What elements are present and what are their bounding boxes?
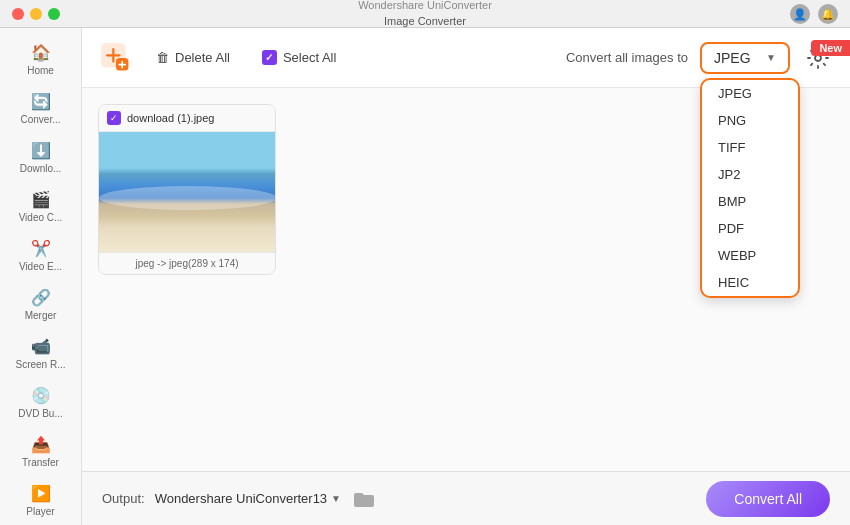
format-option-webp[interactable]: WEBP [702,242,798,269]
player-icon: ▶️ [31,483,51,503]
output-label: Output: [102,491,145,506]
video-e-icon: ✂️ [31,238,51,258]
format-dropdown[interactable]: JPEG ▼ JPEG PNG TIFF JP2 BMP PDF WEBP HE… [700,42,790,74]
chevron-down-icon: ▼ [766,52,776,63]
maximize-button[interactable] [48,8,60,20]
sidebar-item-transfer[interactable]: 📤 Transfer [6,428,75,475]
sidebar-item-home[interactable]: 🏠 Home [6,36,75,83]
beach-image [99,132,276,252]
format-option-tiff[interactable]: TIFF [702,134,798,161]
format-option-pdf[interactable]: PDF [702,215,798,242]
sidebar: 🏠 Home 🔄 Conver... ⬇️ Downlo... 🎬 Video … [0,28,82,525]
item-filename: download (1).jpeg [127,112,214,124]
close-button[interactable] [12,8,24,20]
sidebar-item-video-c[interactable]: 🎬 Video C... [6,183,75,230]
image-item: download (1).jpeg jpeg -> jpeg(289 x 174… [98,104,276,275]
format-value: JPEG [714,50,751,66]
add-image-button[interactable] [98,40,134,76]
image-caption: jpeg -> jpeg(289 x 174) [99,252,275,274]
sidebar-item-player[interactable]: ▶️ Player [6,477,75,524]
home-icon: 🏠 [31,42,51,62]
convert-label: Convert all images to [566,50,688,65]
folder-button[interactable] [351,486,377,512]
delete-all-button[interactable]: 🗑 Delete All [146,46,240,69]
output-path[interactable]: Wondershare UniConverter13 ▼ [155,491,341,506]
sidebar-item-screen[interactable]: 📹 Screen R... [6,330,75,377]
select-all-checkbox [262,50,277,65]
image-item-header: download (1).jpeg [99,105,275,132]
title-bar: Wondershare UniConverter Image Converter… [0,0,850,28]
merger-icon: 🔗 [31,287,51,307]
notification-icon[interactable]: 🔔 [818,4,838,24]
output-path-value: Wondershare UniConverter13 [155,491,327,506]
sidebar-item-merger[interactable]: 🔗 Merger [6,281,75,328]
transfer-icon: 📤 [31,434,51,454]
convert-all-button[interactable]: Convert All [706,481,830,517]
item-checkbox[interactable] [107,111,121,125]
output-chevron-icon: ▼ [331,493,341,504]
image-grid: download (1).jpeg jpeg -> jpeg(289 x 174… [98,104,276,455]
dvd-icon: 💿 [31,385,51,405]
format-dropdown-menu: JPEG PNG TIFF JP2 BMP PDF WEBP HEIC [700,78,800,298]
toolbar: 🗑 Delete All Select All Convert all imag… [82,28,850,88]
video-c-icon: 🎬 [31,189,51,209]
main-layout: 🏠 Home 🔄 Conver... ⬇️ Downlo... 🎬 Video … [0,28,850,525]
bottom-bar: Output: Wondershare UniConverter13 ▼ Con… [82,471,850,525]
sidebar-item-video-e[interactable]: ✂️ Video E... [6,232,75,279]
format-option-bmp[interactable]: BMP [702,188,798,215]
format-option-jp2[interactable]: JP2 [702,161,798,188]
converter-icon: 🔄 [31,91,51,111]
traffic-lights[interactable] [12,8,60,20]
format-option-png[interactable]: PNG [702,107,798,134]
sidebar-item-download[interactable]: ⬇️ Downlo... [6,134,75,181]
image-thumbnail [99,132,276,252]
format-option-jpeg[interactable]: JPEG [702,80,798,107]
content-area: New 🗑 Delete All Select All [82,28,850,525]
minimize-button[interactable] [30,8,42,20]
user-avatar[interactable]: 👤 [790,4,810,24]
format-option-heic[interactable]: HEIC [702,269,798,296]
screen-icon: 📹 [31,336,51,356]
sidebar-item-converter[interactable]: 🔄 Conver... [6,85,75,132]
format-select-button[interactable]: JPEG ▼ [700,42,790,74]
download-icon: ⬇️ [31,140,51,160]
window-title: Wondershare UniConverter Image Converter [358,0,492,29]
sidebar-item-dvd[interactable]: 💿 DVD Bu... [6,379,75,426]
trash-icon: 🗑 [156,50,169,65]
select-all-button[interactable]: Select All [252,46,346,69]
new-badge: New [811,40,850,56]
